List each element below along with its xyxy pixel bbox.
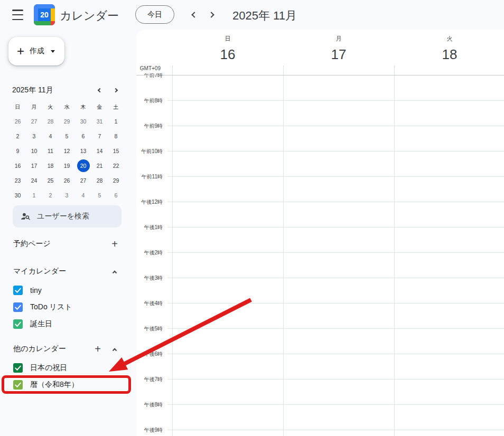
add-booking-page-button[interactable]: + <box>110 240 119 248</box>
calendar-checkbox-checked[interactable] <box>13 286 23 295</box>
next-period-button[interactable] <box>206 9 217 21</box>
mini-calendar-day[interactable]: 4 <box>75 188 91 203</box>
hour-tick <box>168 151 172 151</box>
hour-tick <box>168 202 172 202</box>
mini-calendar-day[interactable]: 29 <box>108 173 124 188</box>
mini-calendar-day[interactable]: 19 <box>59 158 75 173</box>
hour-label: 午後8時 <box>136 402 163 407</box>
calendar-label: 日本の祝日 <box>30 363 67 373</box>
mini-calendar-day[interactable]: 28 <box>42 114 59 129</box>
calendar-list-item[interactable]: tiny <box>13 282 128 299</box>
mini-calendar-prev-button[interactable] <box>96 86 104 94</box>
calendar-list-item[interactable]: 日本の祝日 <box>13 359 128 376</box>
mini-calendar-day[interactable]: 8 <box>108 129 124 144</box>
today-button[interactable]: 今日 <box>135 5 174 24</box>
main-menu-icon[interactable] <box>12 10 25 20</box>
mini-calendar-day[interactable]: 6 <box>108 188 124 203</box>
mini-calendar-day[interactable]: 3 <box>59 188 75 203</box>
mini-calendar-day[interactable]: 27 <box>75 173 91 188</box>
calendar-checkbox-checked[interactable] <box>13 363 23 373</box>
mini-calendar-day[interactable]: 16 <box>10 158 26 173</box>
mini-calendar-day[interactable]: 24 <box>26 173 42 188</box>
mini-calendar-day[interactable]: 31 <box>91 114 108 129</box>
mini-calendar-title: 2025年 11月 <box>12 86 96 95</box>
mini-calendar-day[interactable]: 5 <box>91 188 108 203</box>
mini-calendar-day[interactable]: 17 <box>26 158 42 173</box>
chevron-left-icon <box>191 12 197 17</box>
calendar-list-item[interactable]: ToDo リスト <box>13 299 128 316</box>
booking-pages-label: 予約ページ <box>13 239 110 249</box>
mini-calendar-day[interactable]: 1 <box>108 114 124 129</box>
day-header[interactable]: 日16 <box>172 35 283 63</box>
mini-calendar-day[interactable]: 22 <box>108 158 124 173</box>
mini-calendar-weekday: 木 <box>75 100 91 114</box>
mini-calendar-day[interactable]: 1 <box>26 188 42 203</box>
date-number[interactable]: 16 <box>172 46 283 63</box>
day-header[interactable]: 火18 <box>394 35 504 63</box>
mini-calendar-day[interactable]: 25 <box>42 173 59 188</box>
mini-calendar-day[interactable]: 15 <box>108 144 124 158</box>
previous-period-button[interactable] <box>189 9 200 21</box>
day-header[interactable]: 月17 <box>283 35 394 63</box>
hour-gridline <box>172 404 504 405</box>
mini-calendar-grid: 日月火水木金土262728293031123456789101112131415… <box>10 100 124 203</box>
collapse-my-calendars-button[interactable] <box>110 267 119 276</box>
mini-calendar-day-selected[interactable]: 20 <box>75 158 91 173</box>
mini-calendar-day[interactable]: 2 <box>10 129 26 144</box>
mini-calendar-day[interactable]: 10 <box>26 144 42 158</box>
time-grid[interactable]: 午前7時午前8時午前9時午前10時午前11時午後12時午後1時午後2時午後3時午… <box>136 73 504 436</box>
weekday-label: 日 <box>172 35 283 43</box>
calendar-checkbox-checked[interactable] <box>13 319 23 329</box>
mini-calendar-day[interactable]: 30 <box>75 114 91 129</box>
other-calendars-header[interactable]: 他のカレンダー + <box>13 342 119 356</box>
hour-gridline <box>172 176 504 177</box>
hour-gridline <box>136 75 504 75</box>
mini-calendar-day[interactable]: 11 <box>42 144 59 158</box>
app-title: カレンダー <box>60 8 119 24</box>
date-number[interactable]: 18 <box>394 46 504 63</box>
mini-calendar-day[interactable]: 30 <box>10 188 26 203</box>
search-people-box[interactable]: ユーザーを検索 <box>13 205 122 228</box>
hour-tick <box>168 430 172 430</box>
caret-down-icon <box>51 50 55 53</box>
mini-calendar-day[interactable]: 18 <box>42 158 59 173</box>
mini-calendar-day[interactable]: 26 <box>10 114 26 129</box>
mini-calendar-day[interactable]: 6 <box>75 129 91 144</box>
hour-tick <box>168 404 172 405</box>
calendar-logo-icon[interactable]: 20 <box>34 4 55 25</box>
mini-calendar-day[interactable]: 2 <box>42 188 59 203</box>
my-calendars-header[interactable]: マイカレンダー <box>13 264 119 279</box>
mini-calendar-next-button[interactable] <box>111 86 120 94</box>
mini-calendar-day[interactable]: 4 <box>42 129 59 144</box>
hour-label: 午後3時 <box>136 275 163 281</box>
add-other-calendar-button[interactable]: + <box>94 345 102 353</box>
calendar-list-item[interactable]: 暦（令和8年） <box>13 376 128 393</box>
create-button[interactable]: + 作成 <box>8 37 64 65</box>
mini-calendar-day[interactable]: 26 <box>59 173 75 188</box>
sidebar: + 作成 2025年 11月 日月火水木金土262728293031123456… <box>0 30 136 436</box>
mini-calendar-day[interactable]: 5 <box>59 129 75 144</box>
other-calendars-title: 他のカレンダー <box>13 344 94 354</box>
calendar-checkbox-checked[interactable] <box>13 380 23 390</box>
collapse-other-calendars-button[interactable] <box>110 345 119 353</box>
mini-calendar-day[interactable]: 28 <box>91 173 108 188</box>
hour-label: 午前9時 <box>136 123 163 129</box>
calendar-checkbox-checked[interactable] <box>13 302 23 312</box>
mini-calendar-day[interactable]: 29 <box>59 114 75 129</box>
weekday-label: 火 <box>394 35 504 43</box>
mini-calendar-day[interactable]: 9 <box>10 144 26 158</box>
date-number[interactable]: 17 <box>283 46 394 63</box>
calendar-list-item[interactable]: 誕生日 <box>13 316 128 333</box>
mini-calendar-day[interactable]: 27 <box>26 114 42 129</box>
mini-calendar-day[interactable]: 12 <box>59 144 75 158</box>
mini-calendar-day[interactable]: 7 <box>91 129 108 144</box>
mini-calendar-day[interactable]: 13 <box>75 144 91 158</box>
mini-calendar-day[interactable]: 14 <box>91 144 108 158</box>
hour-tick <box>168 303 172 304</box>
mini-calendar-day[interactable]: 3 <box>26 129 42 144</box>
hour-gridline <box>172 126 504 126</box>
calendar-label: 暦（令和8年） <box>30 380 79 390</box>
mini-calendar-day[interactable]: 23 <box>10 173 26 188</box>
mini-calendar-day[interactable]: 21 <box>91 158 108 173</box>
hour-gridline <box>172 303 504 304</box>
